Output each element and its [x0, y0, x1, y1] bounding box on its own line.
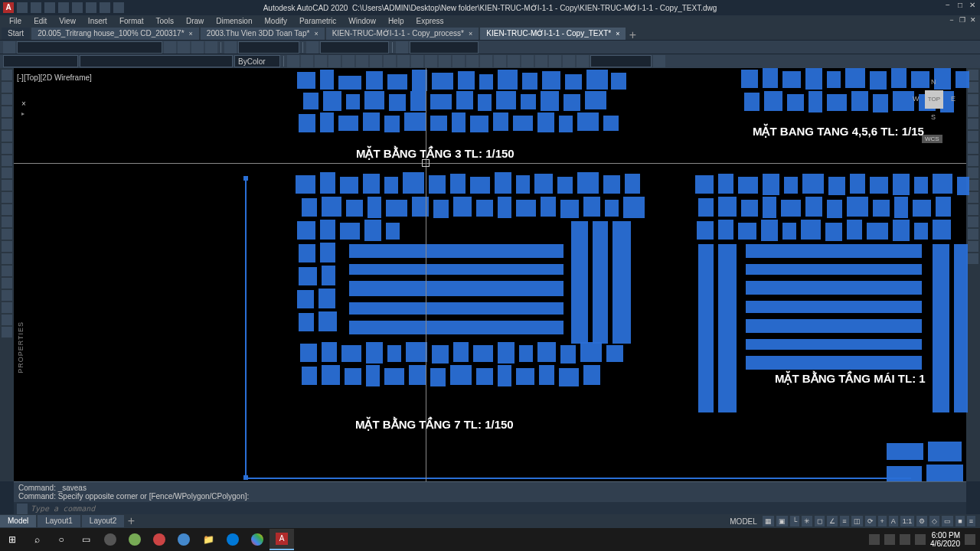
- command-input[interactable]: [31, 504, 963, 513]
- textstyle-dropdown[interactable]: [238, 41, 299, 54]
- point-icon[interactable]: [2, 168, 12, 178]
- palette-close-icon[interactable]: ×: [21, 99, 26, 108]
- status-clean-icon[interactable]: ▭: [942, 516, 953, 527]
- leader-icon[interactable]: [2, 302, 12, 313]
- layout-tab-1[interactable]: Layout1: [38, 515, 80, 527]
- mod-icon[interactable]: [315, 55, 327, 67]
- tab-doc-3[interactable]: KIEN-TRUC-MỚI-1-1 - Copy_process*×: [326, 28, 479, 40]
- qat-new-icon[interactable]: [17, 2, 28, 13]
- grip-icon[interactable]: [243, 475, 248, 480]
- menu-view[interactable]: View: [53, 15, 82, 27]
- layer-icon-2[interactable]: [178, 41, 190, 54]
- layer-icon-1[interactable]: [164, 41, 176, 54]
- table-icon[interactable]: [396, 41, 408, 54]
- status-gear-icon[interactable]: ⚙: [916, 516, 927, 527]
- mod-icon[interactable]: [452, 55, 465, 67]
- mod-icon[interactable]: [301, 55, 313, 67]
- selected-line[interactable]: [245, 176, 247, 478]
- layout-tab-2[interactable]: Layout2: [82, 515, 125, 527]
- menu-file[interactable]: File: [3, 15, 28, 27]
- status-grid-icon[interactable]: ▦: [763, 516, 774, 527]
- mod-icon[interactable]: [521, 55, 534, 67]
- viewport-label[interactable]: [-][Top][2D Wireframe]: [17, 73, 92, 82]
- mod-icon[interactable]: [287, 55, 299, 67]
- layout-add-button[interactable]: +: [126, 514, 136, 528]
- dimstyle-dropdown[interactable]: [320, 41, 389, 54]
- status-dyn-icon[interactable]: +: [878, 516, 887, 527]
- qat-save-icon[interactable]: [44, 2, 55, 13]
- circle-icon[interactable]: [2, 94, 12, 105]
- menu-parametric[interactable]: Parametric: [293, 15, 342, 27]
- status-polar-icon[interactable]: ✳: [802, 516, 812, 527]
- viewcube-east[interactable]: E: [951, 95, 956, 103]
- mod-icon[interactable]: [342, 55, 354, 67]
- menu-tools[interactable]: Tools: [150, 15, 180, 27]
- mod-icon[interactable]: [370, 55, 382, 67]
- status-scale-label[interactable]: 1:1: [900, 516, 915, 527]
- mod-icon[interactable]: [397, 55, 410, 67]
- qat-open-icon[interactable]: [31, 2, 41, 13]
- menu-insert[interactable]: Insert: [82, 15, 113, 27]
- menu-window[interactable]: Window: [342, 15, 382, 27]
- tray-vol-icon[interactable]: [900, 534, 910, 545]
- app-icon[interactable]: [147, 529, 172, 550]
- tab-doc-1[interactable]: 20.005_Tritrang house_100% CD_200317*×: [31, 28, 199, 40]
- status-osnap-icon[interactable]: ◻: [815, 516, 825, 527]
- properties-palette-label[interactable]: PROPERTIES: [17, 321, 24, 373]
- status-iso-icon[interactable]: ◇: [929, 516, 939, 527]
- qat-dd-icon[interactable]: [113, 2, 124, 13]
- app-icon[interactable]: [122, 529, 147, 550]
- layout-tab-model[interactable]: Model: [0, 515, 36, 527]
- clock[interactable]: 6:00 PM 4/6/2020: [930, 531, 960, 548]
- status-snap-icon[interactable]: ▣: [776, 516, 788, 527]
- mod-icon[interactable]: [563, 55, 575, 67]
- mtext-icon[interactable]: [2, 204, 12, 215]
- status-menu-icon[interactable]: ≡: [967, 516, 975, 527]
- layer-icon-3[interactable]: [191, 41, 204, 54]
- status-hw-icon[interactable]: ■: [956, 516, 964, 527]
- menu-express[interactable]: Express: [410, 15, 449, 27]
- mdi-minimize[interactable]: −: [946, 15, 957, 26]
- viewcube-north[interactable]: N: [931, 78, 936, 86]
- tablestyle-dropdown[interactable]: [410, 41, 479, 54]
- lineweight-dropdown[interactable]: [234, 55, 280, 67]
- style-icon[interactable]: [224, 41, 237, 54]
- maximize-button[interactable]: □: [954, 0, 966, 12]
- close-button[interactable]: ✕: [966, 0, 978, 12]
- command-window[interactable]: Command: _saveas Command: Specify opposi…: [14, 481, 966, 514]
- mod-icon[interactable]: [439, 55, 451, 67]
- plotstyle-dropdown[interactable]: [590, 55, 652, 67]
- donut-icon[interactable]: [2, 278, 12, 289]
- mod-icon[interactable]: [577, 55, 589, 67]
- layer-icon-4[interactable]: [205, 41, 217, 54]
- cloud-icon[interactable]: [2, 266, 12, 276]
- mod-icon[interactable]: [425, 55, 437, 67]
- style-tool-icon[interactable]: [2, 315, 12, 325]
- hatch-icon[interactable]: [2, 143, 12, 154]
- mdi-restore[interactable]: ❐: [957, 15, 968, 26]
- arc-icon[interactable]: [2, 106, 12, 117]
- mod-icon[interactable]: [328, 55, 341, 67]
- qat-redo-icon[interactable]: [100, 2, 110, 13]
- boundary-icon[interactable]: [2, 253, 12, 264]
- tab-doc-4[interactable]: KIEN-TRUC-MỚI-1-1 - Copy_TEXT*×: [480, 28, 626, 40]
- qat-plot-icon[interactable]: [72, 2, 83, 13]
- menu-dimension[interactable]: Dimension: [210, 15, 258, 27]
- mod-icon[interactable]: [466, 55, 479, 67]
- mod-icon[interactable]: [480, 55, 492, 67]
- viewcube-south[interactable]: S: [931, 113, 936, 121]
- mod-icon[interactable]: [653, 55, 665, 67]
- wipeout-icon[interactable]: [2, 241, 12, 252]
- linetype-dropdown[interactable]: [80, 55, 233, 67]
- start-button[interactable]: ⊞: [0, 529, 24, 550]
- chrome-icon[interactable]: [245, 529, 270, 550]
- notification-icon[interactable]: [965, 534, 975, 545]
- taskview-icon[interactable]: ▭: [74, 529, 98, 550]
- menu-help[interactable]: Help: [382, 15, 410, 27]
- palette-arrow-icon[interactable]: ▸: [21, 110, 24, 117]
- explorer-icon[interactable]: 📁: [196, 529, 220, 550]
- status-ortho-icon[interactable]: └: [790, 516, 799, 527]
- app-icon[interactable]: [172, 529, 196, 550]
- tab-close-icon[interactable]: ×: [314, 28, 318, 40]
- minimize-button[interactable]: −: [942, 0, 954, 12]
